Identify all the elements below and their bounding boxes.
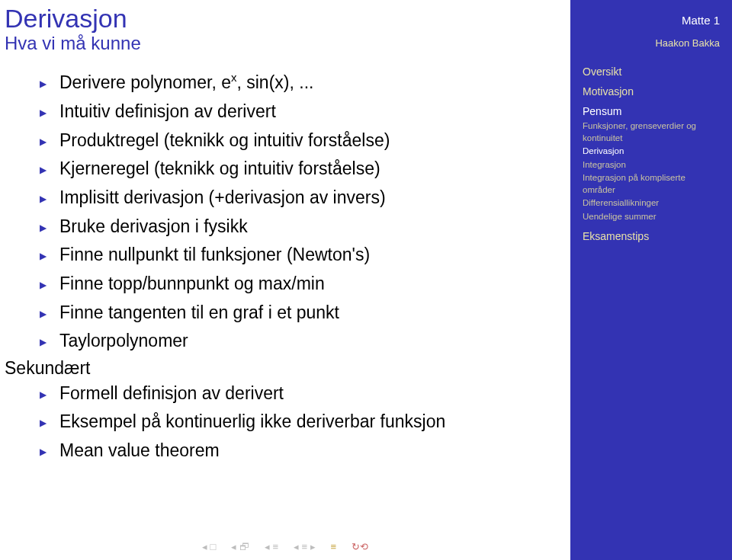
sidebar-subsection-list: Funksjoner, grenseverdier og kontinuitet… (583, 120, 720, 222)
sidebar-sub-difflikninger[interactable]: Differensiallikninger (583, 197, 720, 210)
beamer-navbar: ◂ □ ◂ 🗗 ◂ ≡ ◂ ≡ ▸ ≡ ↻⟲ (0, 540, 570, 552)
sidebar-sub-derivasjon[interactable]: Derivasjon (583, 146, 720, 158)
list-item: Mean value theorem (59, 437, 570, 465)
nav-circ-icon[interactable]: ↻⟲ (352, 541, 368, 552)
list-item: Intuitiv definisjon av derivert (59, 98, 570, 126)
sidebar-section-oversikt[interactable]: Oversikt (583, 66, 720, 78)
list-item: Kjerneregel (teknikk og intuitiv forståe… (59, 155, 570, 183)
slide-title: Derivasjon (0, 0, 570, 33)
sidebar-sub-uendelige-summer[interactable]: Uendelige summer (583, 211, 720, 223)
sidebar-sub-integrasjon-komplisert[interactable]: Integrasjon på kompliserte områder (583, 172, 720, 196)
list-item: Eksempel på kontinuerlig ikke deriverbar… (59, 408, 570, 436)
sidebar-course-title: Matte 1 (583, 14, 720, 27)
slide-root: Derivasjon Hva vi må kunne Derivere poly… (0, 0, 732, 560)
nav-first-icon[interactable]: ◂ □ (202, 541, 216, 552)
slide-subtitle: Hva vi må kunne (0, 33, 570, 68)
list-item: Implisitt derivasjon (+derivasjon av inv… (59, 184, 570, 212)
secondary-list: Formell definisjon av derivert Eksempel … (59, 380, 570, 465)
list-item: Finne tangenten til en graf i et punkt (59, 299, 570, 327)
list-item: Produktregel (teknikk og intuitiv forstå… (59, 127, 570, 155)
sidebar-section-pensum[interactable]: Pensum (583, 105, 720, 117)
list-item: Derivere polynomer, ex, sin(x), ... (59, 69, 570, 97)
primary-list-container: Derivere polynomer, ex, sin(x), ... Intu… (0, 69, 570, 354)
list-item: Formell definisjon av derivert (59, 380, 570, 408)
secondary-list-container: Formell definisjon av derivert Eksempel … (0, 380, 570, 465)
sidebar-section-motivasjon[interactable]: Motivasjon (583, 85, 720, 98)
list-item: Taylorpolynomer (59, 328, 570, 355)
sidebar: Matte 1 Haakon Bakka Oversikt Motivasjon… (570, 0, 732, 560)
list-item: Bruke derivasjon i fysikk (59, 213, 570, 241)
nav-back-subsection-icon[interactable]: ◂ ≡ (265, 541, 278, 552)
sidebar-sub-funksjoner[interactable]: Funksjoner, grenseverdier og kontinuitet (583, 120, 720, 144)
list-item: Finne nullpunkt til funksjoner (Newton's… (59, 242, 570, 269)
main-column: Derivasjon Hva vi må kunne Derivere poly… (0, 0, 570, 560)
nav-fwd-subsection-icon[interactable]: ◂ ≡ ▸ (294, 541, 316, 552)
list-item: Finne topp/bunnpunkt og max/min (59, 270, 570, 298)
nav-outline-icon[interactable]: ≡ (331, 541, 337, 552)
primary-list: Derivere polynomer, ex, sin(x), ... Intu… (59, 69, 570, 354)
sidebar-section-eksamenstips[interactable]: Eksamenstips (583, 230, 720, 242)
sidebar-sub-integrasjon[interactable]: Integrasjon (583, 159, 720, 171)
nav-prev-icon[interactable]: ◂ 🗗 (231, 541, 249, 552)
secondary-label: Sekundært (0, 358, 570, 379)
sidebar-author: Haakon Bakka (583, 37, 720, 49)
